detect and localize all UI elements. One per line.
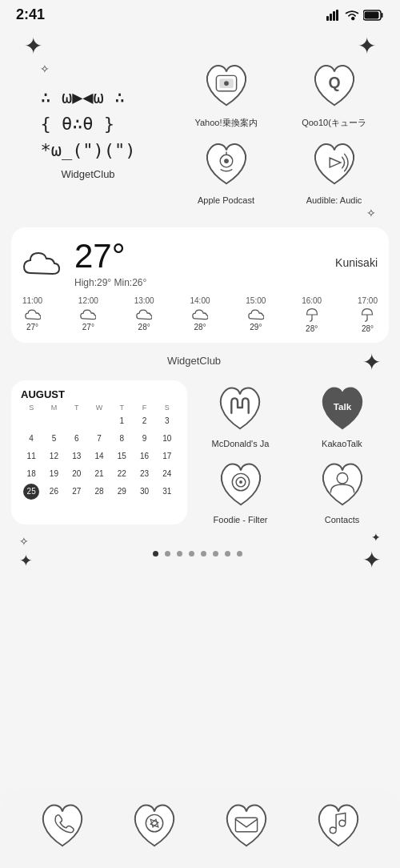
cal-day-9: 9 — [134, 431, 154, 447]
cal-day-24: 24 — [157, 466, 178, 482]
weather-temp: 27° — [74, 237, 146, 275]
forecast-time-5: 16:00 — [302, 296, 322, 305]
dot-5[interactable] — [201, 551, 206, 557]
cal-empty-3 — [66, 413, 87, 429]
dot-4[interactable] — [189, 551, 194, 557]
sparkle-bottom-left: ✦ — [19, 551, 33, 570]
cal-day-31: 31 — [157, 484, 178, 500]
forecast-cloud-icon-1 — [80, 307, 96, 320]
app-icon-mcdonalds[interactable]: McDonald's Ja — [212, 380, 270, 448]
page-dots — [153, 551, 242, 557]
kaomoji-widget: ∴ ω▶◀ω ∴ { θ∴θ } *ω_(")(") WidgetClub — [8, 58, 168, 205]
cal-day-18: 18 — [21, 466, 42, 482]
status-time: 2:41 — [16, 6, 45, 23]
weather-widget: 27° High:29° Min:26° Kunisaki 11:00 27° … — [11, 227, 389, 343]
cal-day-12: 12 — [43, 448, 64, 464]
forecast-cloud-icon-0 — [25, 307, 41, 320]
dot-6[interactable] — [213, 551, 218, 557]
cal-header-f: F — [134, 404, 154, 412]
svg-rect-2 — [333, 11, 335, 21]
cal-day-15: 15 — [111, 448, 132, 464]
forecast-time-3: 14:00 — [190, 296, 210, 305]
cal-header-m: M — [43, 404, 64, 412]
dot-7[interactable] — [225, 551, 230, 557]
kaomoji-line2: { θ∴θ } — [40, 111, 135, 137]
cal-day-30: 30 — [134, 484, 154, 500]
sparkle-bottom-right-top: ✦ — [371, 531, 381, 544]
app-label-podcast: Apple Podcast — [198, 195, 254, 205]
dock-icon-browser[interactable] — [127, 798, 182, 852]
cal-day-1: 1 — [111, 413, 132, 429]
cal-day-14: 14 — [89, 448, 110, 464]
widgetclub-bar: x WidgetClub ✦ — [0, 349, 400, 376]
cal-day-29: 29 — [111, 484, 132, 500]
dot-1[interactable] — [153, 551, 158, 557]
app-label-qoo10: Qoo10(キューラ — [302, 117, 366, 129]
svg-text:Q: Q — [328, 74, 340, 91]
forecast-1300: 13:00 28° — [134, 296, 154, 333]
forecast-temp-1: 27° — [82, 323, 94, 332]
app-icon-contacts[interactable]: Contacts — [315, 456, 370, 524]
wifi-icon — [345, 10, 359, 21]
kaomoji-line3: *ω_(")(") — [40, 137, 135, 163]
forecast-1100: 11:00 27° — [22, 296, 42, 333]
forecast-temp-0: 27° — [26, 323, 38, 332]
app-icon-foodie[interactable]: Foodie - Filter — [214, 456, 268, 524]
app-icon-yahoo[interactable]: Yahoo!乗換案内 — [176, 58, 276, 129]
svg-rect-3 — [336, 10, 338, 21]
pagination-area: ✧ ✦ ✦ ✦ — [0, 531, 400, 573]
cal-day-4: 4 — [21, 431, 42, 447]
cal-day-17: 17 — [157, 448, 178, 464]
dock-icon-music[interactable] — [311, 798, 366, 852]
calendar-app-icons: McDonald's Ja Talk KakaoTalk — [194, 380, 389, 524]
cal-day-3: 3 — [157, 413, 178, 429]
status-icons — [326, 10, 384, 21]
widgetclub-label: WidgetClub — [167, 355, 221, 367]
app-label-foodie: Foodie - Filter — [214, 515, 268, 524]
cal-empty-1 — [21, 413, 42, 429]
widget-club-label-top: WidgetClub — [61, 168, 114, 180]
sparkle-bottom-right: ✦ — [362, 547, 381, 573]
weather-cloud-icon — [22, 245, 66, 281]
sparkle-widgetclub: ✦ — [362, 349, 381, 376]
sparkle-separator: ✧ — [0, 205, 400, 221]
status-bar: 2:41 — [0, 0, 400, 26]
app-icon-kakaotalk[interactable]: Talk KakaoTalk — [315, 380, 370, 448]
svg-point-9 — [224, 81, 229, 86]
forecast-temp-4: 29° — [250, 323, 262, 332]
app-label-kakaotalk: KakaoTalk — [322, 439, 362, 448]
cal-day-11: 11 — [21, 448, 42, 464]
svg-rect-5 — [382, 13, 383, 18]
sparkle-top-left: ✦ — [24, 33, 50, 59]
cal-day-8: 8 — [111, 431, 132, 447]
svg-rect-1 — [330, 14, 332, 21]
dock-icons-row — [16, 798, 384, 852]
svg-point-19 — [239, 480, 242, 484]
cal-day-23: 23 — [134, 466, 154, 482]
weather-details: High:29° Min:26° — [74, 277, 146, 288]
forecast-1500: 15:00 29° — [246, 296, 266, 333]
dock-icon-mail[interactable] — [219, 798, 274, 852]
cal-empty-4 — [89, 413, 110, 429]
calendar-grid: S M T W T F S 1 2 3 4 5 6 7 8 9 10 11 12 — [21, 404, 178, 500]
battery-icon — [363, 10, 384, 21]
calendar-section: AUGUST S M T W T F S 1 2 3 4 5 6 7 8 9 1… — [11, 380, 389, 524]
cal-day-25-today[interactable]: 25 — [23, 484, 39, 500]
cal-day-16: 16 — [134, 448, 154, 464]
app-icon-audible[interactable]: Audible: Audic — [284, 137, 384, 205]
svg-rect-0 — [326, 16, 329, 21]
kaomoji-text: ∴ ω▶◀ω ∴ { θ∴θ } *ω_(")(") — [40, 84, 135, 163]
kaomoji-line1: ∴ ω▶◀ω ∴ — [40, 84, 135, 111]
sparkle-top-left-sm: ✧ — [40, 62, 50, 75]
app-icon-qoo10[interactable]: Q Qoo10(キューラ — [284, 58, 384, 129]
forecast-time-0: 11:00 — [22, 296, 42, 305]
forecast-time-6: 17:00 — [358, 296, 378, 305]
app-icon-podcast[interactable]: Apple Podcast — [176, 137, 276, 205]
dot-2[interactable] — [165, 551, 170, 557]
dock-icon-phone[interactable] — [35, 798, 90, 852]
dot-8[interactable] — [237, 551, 242, 557]
weather-location: Kunisaki — [335, 256, 378, 269]
cal-day-27: 27 — [66, 484, 87, 500]
weather-forecast: 11:00 27° 12:00 27° 13:00 28° 14:00 28° … — [22, 296, 378, 333]
dot-3[interactable] — [177, 551, 182, 557]
